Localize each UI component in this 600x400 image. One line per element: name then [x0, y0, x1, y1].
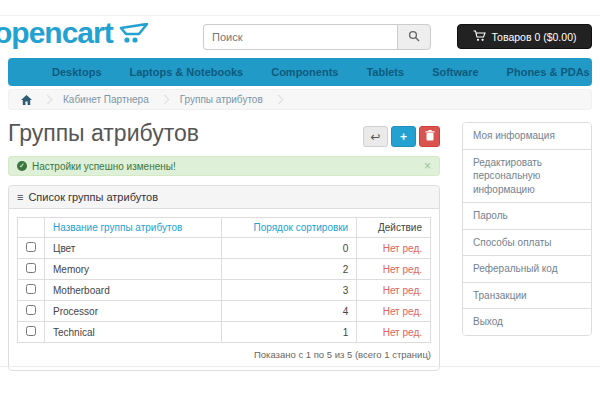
- group-name: Memory: [45, 259, 222, 280]
- sort-order: 2: [222, 259, 357, 280]
- panel-title: Список группы атрибутов: [28, 191, 158, 203]
- page-title: Группы атрибутов: [8, 120, 199, 147]
- menu-item-tablets[interactable]: Tablets: [352, 66, 418, 78]
- group-name: Motherboard: [45, 280, 222, 301]
- sidebar-item-referral-code[interactable]: Реферальный код: [463, 256, 591, 283]
- alert-message: Настройки успешно изменены!: [32, 161, 424, 172]
- breadcrumb: Кабинет Партнера Группы атрибутов: [8, 89, 592, 110]
- delete-button[interactable]: [419, 126, 440, 147]
- menu-item-laptops[interactable]: Laptops & Notebooks: [116, 66, 258, 78]
- group-name: Цвет: [45, 238, 222, 259]
- sort-order: 4: [222, 301, 357, 322]
- panel-header: ≡ Список группы атрибутов: [9, 186, 439, 209]
- cart-button-label: Товаров 0 ($0.00): [492, 31, 577, 43]
- column-header-sort-order[interactable]: Порядок сортировки: [222, 218, 357, 238]
- panel-body: Название группы атрибутов Порядок сортир…: [9, 209, 439, 370]
- home-icon[interactable]: [21, 91, 32, 109]
- action-label: Нет ред.: [357, 301, 431, 322]
- sort-order: 3: [222, 280, 357, 301]
- check-circle-icon: ✓: [17, 161, 27, 171]
- content-area: Группы атрибутов ↩ +: [8, 110, 592, 371]
- search-button[interactable]: [397, 24, 431, 50]
- row-checkbox[interactable]: [26, 326, 36, 336]
- attribute-groups-panel: ≡ Список группы атрибутов Название групп…: [8, 185, 440, 371]
- action-label: Нет ред.: [357, 322, 431, 343]
- column-header-action: Действие: [357, 218, 431, 238]
- plus-icon: +: [400, 130, 407, 144]
- group-name: Technical: [45, 322, 222, 343]
- sidebar-item-my-info[interactable]: Моя информация: [463, 123, 591, 150]
- trash-icon: [425, 130, 435, 144]
- breadcrumb-separator: [273, 95, 283, 105]
- opencart-logo[interactable]: opencart: [0, 18, 151, 48]
- table-row: Цвет 0 Нет ред.: [18, 238, 431, 259]
- cart-button[interactable]: Товаров 0 ($0.00): [457, 24, 592, 49]
- action-label: Нет ред.: [357, 259, 431, 280]
- row-checkbox[interactable]: [26, 284, 36, 294]
- table-row: Memory 2 Нет ред.: [18, 259, 431, 280]
- main-menu: Desktops Laptops & Notebooks Components …: [8, 58, 592, 86]
- breadcrumb-partner-account[interactable]: Кабинет Партнера: [63, 94, 149, 105]
- store-header: opencart: [0, 16, 600, 58]
- top-strip: [0, 0, 600, 16]
- footer-divider: [0, 366, 600, 367]
- search-icon: [408, 28, 420, 46]
- sidebar-item-edit-info[interactable]: Редактировать персональную информацию: [463, 150, 591, 204]
- account-sidebar: Моя информация Редактировать персональну…: [462, 122, 592, 336]
- action-label: Нет ред.: [357, 280, 431, 301]
- undo-arrow-icon: ↩: [370, 130, 380, 144]
- pagination-status: Показано с 1 по 5 из 5 (всего 1 страниц): [17, 349, 431, 362]
- logo-cart-icon: [119, 23, 151, 47]
- select-all-header: [18, 218, 45, 238]
- search-box: [203, 24, 431, 50]
- row-checkbox[interactable]: [26, 242, 36, 252]
- sidebar-item-transactions[interactable]: Транзакции: [463, 283, 591, 310]
- back-button[interactable]: ↩: [363, 126, 388, 147]
- group-name: Processor: [45, 301, 222, 322]
- table-row: Technical 1 Нет ред.: [18, 322, 431, 343]
- row-checkbox[interactable]: [26, 305, 36, 315]
- table-row: Motherboard 3 Нет ред.: [18, 280, 431, 301]
- table-row: Processor 4 Нет ред.: [18, 301, 431, 322]
- menu-item-software[interactable]: Software: [418, 66, 492, 78]
- sidebar-item-payment-methods[interactable]: Способы оплаты: [463, 230, 591, 257]
- breadcrumb-attribute-groups: Группы атрибутов: [180, 94, 263, 105]
- add-button[interactable]: +: [391, 126, 416, 147]
- list-icon: ≡: [17, 191, 23, 203]
- alert-close-icon[interactable]: ×: [424, 160, 431, 172]
- account-sidebar-column: Моя информация Редактировать персональну…: [462, 110, 592, 371]
- sidebar-item-logout[interactable]: Выход: [463, 309, 591, 335]
- success-alert: ✓ Настройки успешно изменены! ×: [8, 156, 440, 176]
- breadcrumb-separator: [43, 95, 53, 105]
- logo-text: opencart: [0, 18, 113, 48]
- main-column: Группы атрибутов ↩ +: [8, 110, 440, 371]
- breadcrumb-separator: [159, 95, 169, 105]
- page: opencart: [0, 0, 600, 400]
- sort-order: 1: [222, 322, 357, 343]
- search-input[interactable]: [203, 24, 397, 50]
- action-button-group: ↩ +: [363, 126, 440, 147]
- sort-order: 0: [222, 238, 357, 259]
- table-header-row: Название группы атрибутов Порядок сортир…: [18, 218, 431, 238]
- attribute-groups-table: Название группы атрибутов Порядок сортир…: [17, 217, 431, 343]
- action-label: Нет ред.: [357, 238, 431, 259]
- row-checkbox[interactable]: [26, 263, 36, 273]
- menu-item-phones[interactable]: Phones & PDAs: [493, 66, 600, 78]
- sidebar-item-password[interactable]: Пароль: [463, 203, 591, 230]
- column-header-name[interactable]: Название группы атрибутов: [45, 218, 222, 238]
- title-row: Группы атрибутов ↩ +: [8, 110, 440, 154]
- menu-item-components[interactable]: Components: [257, 66, 352, 78]
- menu-item-desktops[interactable]: Desktops: [38, 66, 116, 78]
- cart-icon: [473, 30, 486, 44]
